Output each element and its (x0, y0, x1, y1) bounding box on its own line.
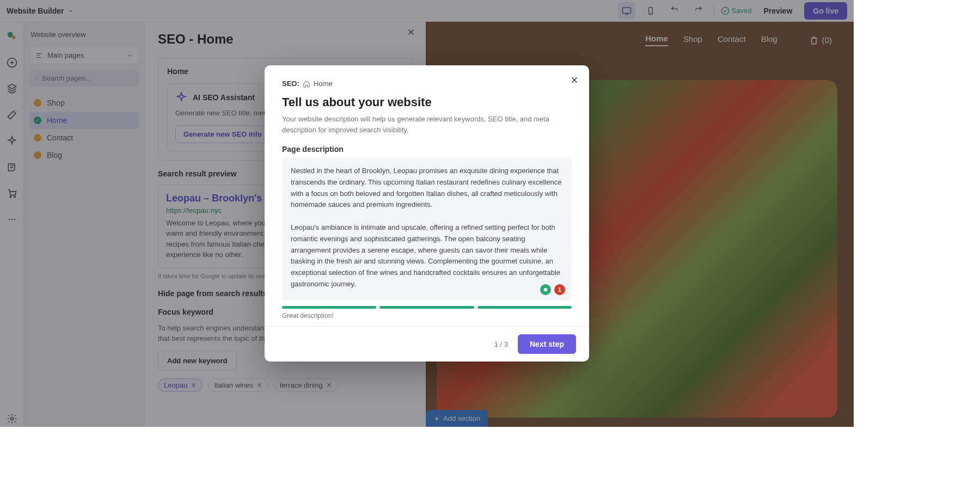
bulb-icon (543, 287, 548, 292)
close-icon (569, 75, 579, 85)
next-step-button[interactable]: Next step (518, 334, 576, 354)
grammar-ok-badge[interactable] (540, 284, 551, 295)
strength-label: Great description! (282, 312, 572, 320)
home-icon (303, 80, 310, 88)
seo-wizard-modal: SEO: Home Tell us about your website You… (265, 65, 589, 362)
modal-subheading: Your website description will help us ge… (282, 114, 572, 135)
strength-segment (477, 306, 572, 309)
grammar-error-badge[interactable]: 1 (554, 284, 565, 295)
description-strength-meter (282, 306, 572, 309)
strength-segment (282, 306, 376, 309)
step-indicator: 1 / 3 (494, 340, 508, 348)
modal-heading: Tell us about your website (282, 95, 572, 109)
svg-point-14 (544, 288, 548, 292)
modal-close-button[interactable] (569, 75, 579, 85)
grammar-badges: 1 (540, 284, 565, 295)
breadcrumb-page: Home (314, 79, 333, 88)
breadcrumb-label: SEO: (282, 79, 299, 88)
page-description-label: Page description (282, 145, 572, 154)
page-description-textarea[interactable] (291, 166, 563, 291)
modal-overlay[interactable]: SEO: Home Tell us about your website You… (0, 0, 854, 427)
modal-footer: 1 / 3 Next step (265, 326, 589, 362)
modal-breadcrumb: SEO: Home (282, 79, 572, 88)
page-description-field: 1 (282, 158, 572, 301)
strength-segment (379, 306, 474, 309)
